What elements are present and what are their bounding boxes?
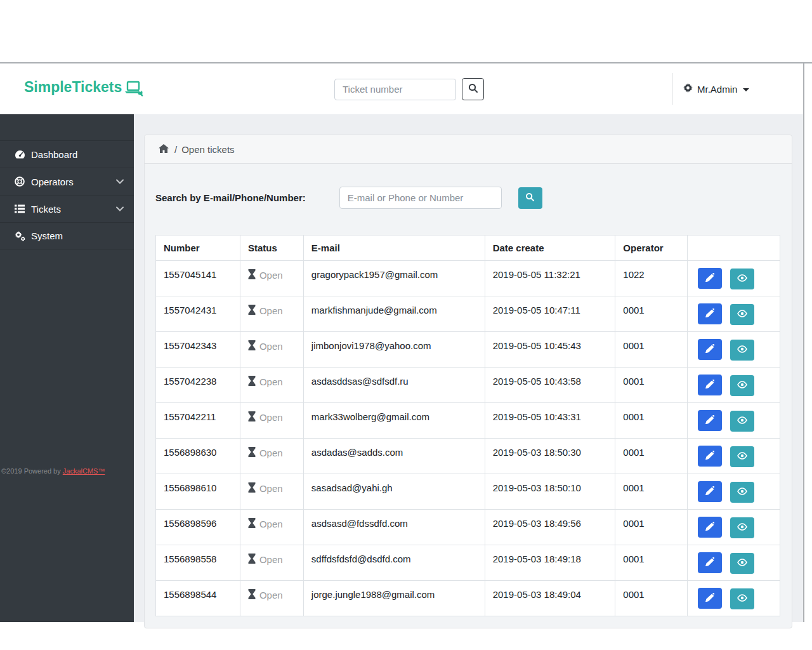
view-ticket-button[interactable] <box>730 517 754 538</box>
cell-status: Open <box>240 545 303 581</box>
sidebar-item-operators[interactable]: Operators <box>0 168 134 195</box>
table-row: 1557042343 Open jimbonjovi1978@yahoo.com… <box>156 332 780 368</box>
cell-email: sdffdsfdsfd@dsdfd.com <box>303 545 485 581</box>
status-label: Open <box>259 519 283 529</box>
cell-email: sasadsad@yahi.gh <box>303 474 485 510</box>
hourglass-icon <box>248 589 256 601</box>
table-row: 1557045141 Open gragorypack1957@gmail.co… <box>156 261 780 296</box>
view-ticket-button[interactable] <box>730 446 754 467</box>
edit-ticket-button[interactable] <box>698 410 722 431</box>
sidebar-item-dashboard[interactable]: Dashboard <box>0 140 134 168</box>
cell-number: 1556898558 <box>156 545 240 581</box>
pencil-icon <box>705 344 714 355</box>
sidebar: Dashboard Operators <box>0 114 134 622</box>
cell-email: asdsasd@fdssdfd.com <box>303 510 485 545</box>
view-ticket-button[interactable] <box>730 375 754 396</box>
edit-ticket-button[interactable] <box>698 303 722 324</box>
ticket-search-button[interactable] <box>462 78 484 100</box>
cell-date-create: 2019-05-05 11:32:21 <box>485 261 615 296</box>
cell-email: jimbonjovi1978@yahoo.com <box>303 332 485 368</box>
hourglass-icon <box>248 305 256 317</box>
hourglass-icon <box>248 447 256 459</box>
view-ticket-button[interactable] <box>730 304 754 325</box>
sidebar-item-tickets[interactable]: Tickets <box>0 195 134 222</box>
cell-status: Open <box>240 510 303 545</box>
sidebar-item-system[interactable]: System <box>0 222 134 249</box>
cell-number: 1557042343 <box>156 332 240 368</box>
eye-icon <box>737 488 747 497</box>
app-header: SimpleTickets <box>0 63 803 114</box>
eye-icon <box>737 559 747 568</box>
status-label: Open <box>259 341 283 352</box>
cell-operator: 0001 <box>615 474 688 510</box>
view-ticket-button[interactable] <box>730 553 754 574</box>
email-search-button[interactable] <box>518 187 542 209</box>
eye-icon <box>737 416 747 426</box>
table-row: 1556898544 Open jorge.jungle1988@gmail.c… <box>156 581 780 616</box>
edit-ticket-button[interactable] <box>698 339 722 360</box>
table-row: 1556898596 Open asdsasd@fdssdfd.com 2019… <box>156 510 780 545</box>
cell-actions <box>688 332 780 368</box>
column-header: Number <box>156 235 240 261</box>
life-ring-icon <box>14 176 25 187</box>
hourglass-icon <box>248 482 256 494</box>
edit-ticket-button[interactable] <box>698 552 722 573</box>
edit-ticket-button[interactable] <box>698 517 722 538</box>
cell-date-create: 2019-05-03 18:49:18 <box>485 545 615 581</box>
user-menu[interactable]: Mr.Admin <box>672 73 799 105</box>
table-row: 1557042211 Open mark33wolberg@gmail.com … <box>156 403 780 439</box>
cell-date-create: 2019-05-05 10:43:31 <box>485 403 615 439</box>
cell-actions <box>688 403 780 439</box>
hourglass-icon <box>248 411 256 423</box>
view-ticket-button[interactable] <box>730 269 754 289</box>
tickets-card: / Open tickets Search by E-mail/Phone/Nu… <box>144 135 792 628</box>
pencil-icon <box>705 451 714 461</box>
table-row: 1557042431 Open markfishmanjude@gmail.co… <box>156 296 780 332</box>
search-icon <box>468 83 478 95</box>
sidebar-item-label: Dashboard <box>31 149 77 160</box>
cell-actions <box>688 439 780 474</box>
edit-ticket-button[interactable] <box>698 268 722 289</box>
cell-number: 1556898610 <box>156 474 240 510</box>
view-ticket-button[interactable] <box>730 411 754 432</box>
cell-number: 1557042238 <box>156 368 240 403</box>
cell-operator: 0001 <box>615 510 688 545</box>
cell-actions <box>688 545 780 581</box>
jackalcms-link[interactable]: JackalCMS™ <box>63 467 105 475</box>
view-ticket-button[interactable] <box>730 588 754 609</box>
top-whitespace-band <box>0 0 812 63</box>
email-search-input[interactable] <box>339 187 502 209</box>
view-ticket-button[interactable] <box>730 340 754 361</box>
cell-actions <box>688 368 780 403</box>
chevron-down-icon <box>116 206 124 211</box>
brand-logo[interactable]: SimpleTickets <box>24 79 143 100</box>
hourglass-icon <box>248 376 256 388</box>
eye-icon <box>737 345 747 355</box>
hourglass-icon <box>248 518 256 530</box>
cell-operator: 1022 <box>615 261 688 296</box>
tickets-table-body: 1557045141 Open gragorypack1957@gmail.co… <box>156 261 780 616</box>
cell-date-create: 2019-05-03 18:50:10 <box>485 474 615 510</box>
ticket-number-input[interactable] <box>334 79 456 100</box>
view-ticket-button[interactable] <box>730 482 754 503</box>
hourglass-icon <box>248 554 256 566</box>
cell-number: 1556898596 <box>156 510 240 545</box>
edit-ticket-button[interactable] <box>698 375 722 395</box>
column-header: Date create <box>485 235 615 261</box>
status-label: Open <box>259 590 283 600</box>
sidebar-item-label: System <box>31 230 63 241</box>
edit-ticket-button[interactable] <box>698 446 722 467</box>
user-name: Mr.Admin <box>697 84 737 95</box>
edit-ticket-button[interactable] <box>698 588 722 609</box>
edit-ticket-button[interactable] <box>698 481 722 502</box>
pencil-icon <box>705 593 714 604</box>
card-body: Search by E-mail/Phone/Number: <box>145 164 792 628</box>
cell-operator: 0001 <box>615 545 688 581</box>
status-label: Open <box>259 376 283 387</box>
list-icon <box>14 204 25 213</box>
chevron-down-icon <box>116 179 124 184</box>
cell-status: Open <box>240 439 303 474</box>
home-icon[interactable] <box>159 144 169 155</box>
page: SimpleTickets <box>0 63 804 622</box>
pencil-icon <box>705 486 714 497</box>
